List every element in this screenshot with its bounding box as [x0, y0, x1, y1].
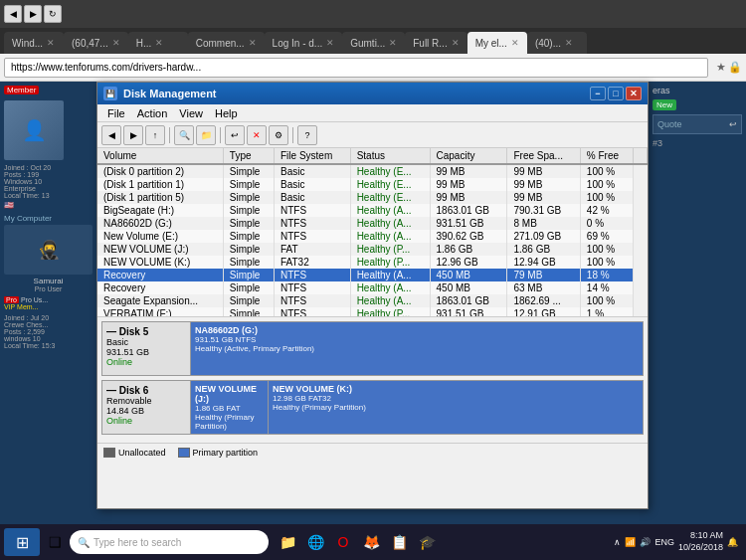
table-row[interactable]: BigSeagate (H:) Simple NTFS Healthy (A..…	[97, 204, 648, 217]
toolbar-properties[interactable]: ⚙	[269, 125, 288, 145]
tab-h[interactable]: H...✕	[128, 32, 188, 54]
tab-comment[interactable]: Commen...✕	[188, 32, 265, 54]
close-button[interactable]: ✕	[626, 87, 642, 100]
cell-volume: NEW VOLUME (J:)	[97, 243, 223, 256]
tab-close-icon[interactable]: ✕	[112, 38, 120, 48]
cell-status: Healthy (A...	[350, 269, 430, 281]
window-titlebar: 💾 Disk Management − □ ✕	[97, 83, 648, 104]
volume-icon[interactable]: 🔊	[640, 537, 651, 547]
menu-action[interactable]: Action	[131, 104, 174, 121]
cell-pct: 69 %	[580, 230, 633, 243]
table-row[interactable]: NA86602D (G:) Simple NTFS Healthy (A... …	[97, 217, 648, 230]
table-row[interactable]: Recovery Simple NTFS Healthy (A... 450 M…	[97, 281, 648, 294]
col-volume[interactable]: Volume	[97, 148, 223, 164]
app2-icon[interactable]: 🎓	[414, 529, 440, 555]
cell-volume: Recovery	[97, 269, 223, 281]
back-button[interactable]: ◀	[4, 5, 22, 23]
col-capacity[interactable]: Capacity	[430, 148, 507, 164]
app-icon[interactable]: 📋	[386, 529, 412, 555]
toolbar-up[interactable]: ↑	[145, 125, 165, 145]
cell-volume: BigSeagate (H:)	[97, 204, 223, 217]
start-button[interactable]: ⊞	[4, 528, 40, 556]
disk6-partition2[interactable]: NEW VOLUME (K:) 12.98 GB FAT32 Healthy (…	[269, 381, 643, 434]
chrome-icon[interactable]: 🌐	[302, 529, 328, 555]
menu-help[interactable]: Help	[209, 104, 244, 121]
disk6-partition1[interactable]: NEW VOLUME (J:) 1.86 GB FAT Healthy (Pri…	[191, 381, 269, 434]
notification-icon[interactable]: 🔔	[727, 537, 738, 547]
cell-capacity: 931.51 GB	[430, 307, 507, 317]
table-row[interactable]: Seagate Expansion... Simple NTFS Healthy…	[97, 294, 648, 307]
table-row[interactable]: (Disk 1 partition 5) Simple Basic Health…	[97, 191, 648, 204]
refresh-button[interactable]: ↻	[44, 5, 62, 23]
cell-free: 271.09 GB	[507, 230, 580, 243]
cell-type: Simple	[223, 164, 274, 178]
toolbar-undo[interactable]: ↩	[225, 125, 245, 145]
toolbar-help[interactable]: ?	[297, 125, 317, 145]
flag-icon: 🇺🇸	[4, 201, 14, 210]
tab-40[interactable]: (40)...✕	[527, 32, 587, 54]
location: Crewe Ches...	[4, 321, 93, 328]
tab-close-icon[interactable]: ✕	[47, 38, 55, 48]
toolbar-forward[interactable]: ▶	[123, 125, 143, 145]
cell-fs: FAT32	[275, 256, 351, 269]
firefox-icon[interactable]: 🦊	[358, 529, 384, 555]
menu-file[interactable]: File	[101, 104, 131, 121]
col-pct[interactable]: % Free	[580, 148, 633, 164]
legend-primary: Primary partition	[178, 448, 259, 458]
table-row[interactable]: (Disk 0 partition 2) Simple Basic Health…	[97, 164, 648, 178]
file-explorer-icon[interactable]: 📁	[275, 529, 300, 555]
search-placeholder[interactable]: Type here to search	[93, 537, 181, 548]
quote-label[interactable]: Quote	[657, 119, 682, 129]
cell-free: 12.91 GB	[507, 307, 580, 317]
clock[interactable]: 8:10 AM 10/26/2018	[678, 530, 723, 553]
table-row[interactable]: NEW VOLUME (J:) Simple FAT Healthy (P...…	[97, 243, 648, 256]
col-status[interactable]: Status	[350, 148, 430, 164]
tab-close-icon[interactable]: ✕	[155, 38, 163, 48]
cell-pct: 100 %	[580, 294, 633, 307]
minimize-button[interactable]: −	[590, 87, 606, 100]
address-bar-input[interactable]	[4, 58, 708, 78]
tab-label: Log In - d...	[273, 38, 323, 49]
table-row[interactable]: (Disk 1 partition 1) Simple Basic Health…	[97, 178, 648, 191]
table-row[interactable]: VERBATIM (F:) Simple NTFS Healthy (P... …	[97, 307, 648, 317]
tray-chevron[interactable]: ∧	[614, 537, 621, 547]
search-box[interactable]: 🔍 Type here to search	[70, 530, 269, 554]
cell-capacity: 390.62 GB	[430, 230, 507, 243]
col-fs[interactable]: File System	[275, 148, 351, 164]
taskview-icon[interactable]: ❑	[42, 529, 68, 555]
tab-close-icon[interactable]: ✕	[326, 38, 334, 48]
pro-label: Pro Us...	[21, 296, 48, 303]
tab-wind[interactable]: Wind...✕	[4, 32, 64, 54]
tab-login[interactable]: Log In - d...✕	[265, 32, 343, 54]
cell-status: Healthy (E...	[350, 178, 430, 191]
col-free[interactable]: Free Spa...	[507, 148, 580, 164]
disk-management-window: 💾 Disk Management − □ ✕ File Action View…	[96, 82, 649, 509]
table-row[interactable]: New Volume (E:) Simple NTFS Healthy (A..…	[97, 230, 648, 243]
tab-full[interactable]: Full R...✕	[405, 32, 466, 54]
tab-close-icon[interactable]: ✕	[452, 38, 460, 48]
tab-close-icon[interactable]: ✕	[565, 38, 573, 48]
cell-free: 12.94 GB	[507, 256, 580, 269]
col-type[interactable]: Type	[223, 148, 274, 164]
disk5-partition1[interactable]: NA86602D (G:) 931.51 GB NTFS Healthy (Ac…	[191, 322, 643, 375]
table-row[interactable]: NEW VOLUME (K:) Simple FAT32 Healthy (P.…	[97, 256, 648, 269]
disk6-status: Online	[106, 416, 186, 426]
tab-gumti[interactable]: Gumti...✕	[342, 32, 405, 54]
maximize-button[interactable]: □	[608, 87, 624, 100]
table-row[interactable]: Recovery Simple NTFS Healthy (A... 450 M…	[97, 269, 648, 281]
tab-close-icon[interactable]: ✕	[249, 38, 257, 48]
tab-60[interactable]: (60,47...✕	[64, 32, 128, 54]
forward-button[interactable]: ▶	[24, 5, 42, 23]
opera-icon[interactable]: O	[330, 529, 356, 555]
tab-close-icon[interactable]: ✕	[389, 38, 397, 48]
tab-my-el[interactable]: My el...✕	[467, 32, 527, 54]
bookmark-icon[interactable]: ★	[716, 61, 726, 74]
menu-view[interactable]: View	[173, 104, 209, 121]
cell-capacity: 1863.01 GB	[430, 204, 507, 217]
toolbar-delete[interactable]: ✕	[247, 125, 267, 145]
toolbar-search[interactable]: 🔍	[174, 125, 194, 145]
toolbar-folders[interactable]: 📁	[196, 125, 216, 145]
reply-icon[interactable]: ↩	[729, 119, 737, 129]
tab-close-icon[interactable]: ✕	[511, 38, 519, 48]
toolbar-back[interactable]: ◀	[101, 125, 121, 145]
